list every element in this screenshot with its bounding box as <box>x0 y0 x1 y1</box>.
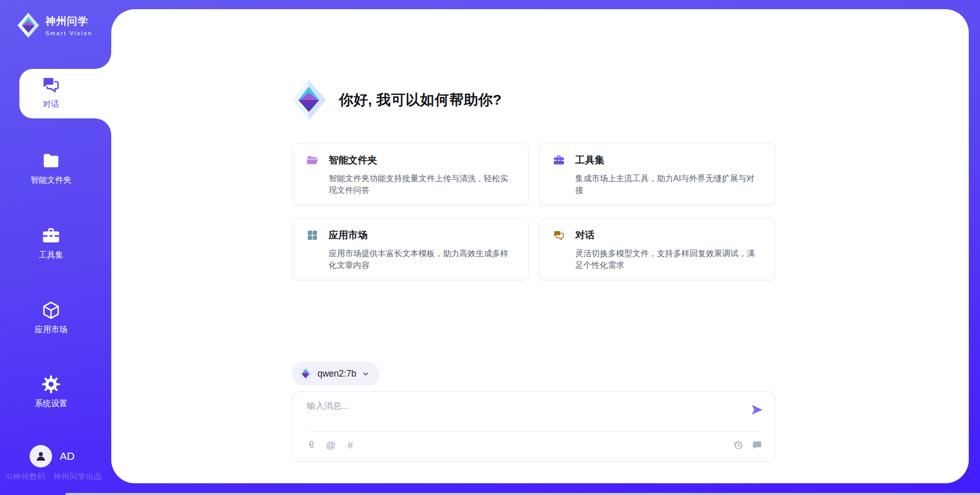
composer: @ # <box>292 391 775 462</box>
card-app-market[interactable]: 应用市场 应用市场提供丰富长文本模板，助力高效生成多样化文章内容 <box>292 218 529 280</box>
send-button[interactable] <box>750 403 764 416</box>
main-content-panel: 你好, 我可以如何帮助你? 智能文件夹 智能文件夹功能支持批量文件上传与清洗，轻… <box>111 9 969 483</box>
avatar <box>30 445 52 467</box>
card-title: 对话 <box>575 229 595 242</box>
horizontal-scrollbar[interactable] <box>65 493 980 495</box>
brand-logo: 神州问学 Smart Vision <box>17 12 92 38</box>
card-title: 应用市场 <box>329 229 368 242</box>
sidebar-item-smart-folder[interactable]: 智能文件夹 <box>0 151 102 186</box>
brand-name: 神州问学 <box>45 14 92 28</box>
brand-subtitle: Smart Vision <box>45 30 92 36</box>
sidebar-item-label: 应用市场 <box>0 325 102 335</box>
sidebar-item-chat[interactable]: 对话 <box>0 75 102 110</box>
chat-bubble-icon <box>752 440 763 451</box>
folder-icon <box>41 151 61 170</box>
model-selector[interactable]: qwen2:7b <box>292 362 379 386</box>
chat-icon <box>41 75 61 94</box>
greeting: 你好, 我可以如何帮助你? <box>291 79 502 121</box>
person-icon <box>34 450 47 463</box>
copyright-footer: ©神州数码 · 神州问学出品 <box>7 472 102 482</box>
composer-divider <box>307 431 761 432</box>
user-profile[interactable]: AD <box>30 445 75 467</box>
model-logo-icon <box>299 366 312 382</box>
mention-button[interactable]: @ <box>325 439 336 451</box>
chat-icon <box>553 229 565 241</box>
sidebar-item-label: 系统设置 <box>0 399 102 409</box>
briefcase-icon <box>553 154 565 166</box>
history-icon <box>733 440 744 451</box>
hash-icon: # <box>348 440 353 450</box>
card-description: 集成市场上主流工具，助力AI与外界无缝扩展与对接 <box>575 172 762 196</box>
card-title: 智能文件夹 <box>329 154 377 167</box>
at-icon: @ <box>326 440 335 450</box>
history-button[interactable] <box>732 439 744 451</box>
folder-open-icon <box>306 154 318 166</box>
attach-button[interactable] <box>306 439 317 451</box>
sidebar-item-label: 工具集 <box>0 250 102 261</box>
shortcut-cards: 智能文件夹 智能文件夹功能支持批量文件上传与清洗，轻松实现文件问答 工具集 集成… <box>292 143 775 280</box>
card-smart-folder[interactable]: 智能文件夹 智能文件夹功能支持批量文件上传与清洗，轻松实现文件问答 <box>292 143 529 205</box>
user-name: AD <box>60 450 75 462</box>
conversation-button[interactable] <box>751 439 763 451</box>
brand-diamond-icon <box>17 12 40 38</box>
card-chat[interactable]: 对话 灵活切换多模型文件，支持多样回复效果调试，满足个性化需求 <box>539 218 775 280</box>
hashtag-button[interactable]: # <box>345 439 356 451</box>
gear-icon <box>41 375 61 394</box>
grid-icon <box>306 229 318 241</box>
brand-diamond-icon <box>291 79 327 121</box>
model-name: qwen2:7b <box>317 368 356 379</box>
sidebar-item-settings[interactable]: 系统设置 <box>0 375 102 409</box>
send-icon <box>750 403 764 416</box>
card-description: 灵活切换多模型文件，支持多样回复效果调试，满足个性化需求 <box>575 247 762 271</box>
chevron-down-icon <box>361 369 370 378</box>
card-description: 应用市场提供丰富长文本模板，助力高效生成多样化文章内容 <box>329 247 515 271</box>
card-title: 工具集 <box>575 154 604 167</box>
paperclip-icon <box>306 440 317 451</box>
message-input[interactable] <box>307 400 741 428</box>
cube-icon <box>41 301 61 320</box>
sidebar: 神州问学 Smart Vision 对话 智能文件夹 工具集 应用市场 系统设置… <box>0 0 111 495</box>
briefcase-icon <box>41 226 61 245</box>
greeting-title: 你好, 我可以如何帮助你? <box>339 90 502 110</box>
sidebar-item-toolset[interactable]: 工具集 <box>0 226 102 261</box>
card-description: 智能文件夹功能支持批量文件上传与清洗，轻松实现文件问答 <box>329 172 515 196</box>
sidebar-item-label: 对话 <box>0 99 102 110</box>
sidebar-item-app-market[interactable]: 应用市场 <box>0 301 102 335</box>
sidebar-item-label: 智能文件夹 <box>0 175 102 186</box>
card-toolset[interactable]: 工具集 集成市场上主流工具，助力AI与外界无缝扩展与对接 <box>539 143 775 205</box>
